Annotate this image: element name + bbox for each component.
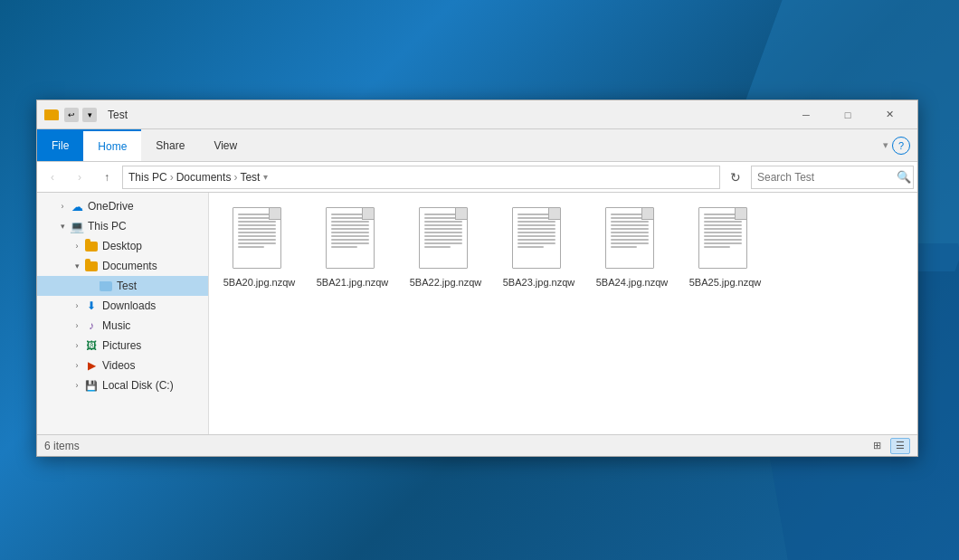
sidebar-item-desktop[interactable]: › Desktop [37,236,208,256]
folder-icon [44,109,59,120]
expand-arrow-videos: › [70,358,84,373]
window-controls: ─ □ ✕ [785,100,910,129]
sidebar-item-documents[interactable]: ▾ Documents [37,256,208,276]
sidebar-label-documents: Documents [102,260,157,272]
sidebar: › ☁ OneDrive ▾ 💻 This PC › Des [37,193,209,434]
documents-folder-icon [84,259,99,273]
file-icon-file5 [605,207,660,272]
qat-dropdown-button[interactable]: ▾ [82,108,97,122]
list-view-button[interactable]: ☰ [890,438,910,454]
doc-page-file5 [605,207,654,269]
file-item-file1[interactable]: 5BA20.jpg.nzqw [216,200,302,296]
ribbon: File Home Share View ▾ ? [37,129,917,162]
sidebar-item-pictures[interactable]: › 🖼 Pictures [37,336,208,356]
view-controls: ⊞ ☰ [867,438,910,454]
file-label-file4: 5BA23.jpg.nzqw [503,276,575,289]
file-icon-file1 [233,207,287,272]
file-icon-file6 [698,207,753,272]
sidebar-item-videos[interactable]: › ▶ Videos [37,356,208,375]
expand-arrow-onedrive: › [55,199,70,214]
expand-arrow-downloads: › [70,299,84,313]
files-area: 5BA20.jpg.nzqw 5BA21.jpg.nzqw 5BA22.jpg.… [209,193,917,434]
addressbar: ‹ › ↑ This PC › Documents › Test ▾ ↻ 🔍 [37,162,917,193]
drive-icon: 💾 [84,378,99,393]
sidebar-label-videos: Videos [102,359,135,372]
file-icon-file4 [512,207,566,272]
sidebar-item-music[interactable]: › ♪ Music [37,316,208,336]
music-icon: ♪ [84,318,99,333]
file-item-file6[interactable]: 5BA25.jpg.nzqw [682,200,768,296]
desktop-folder-icon [84,239,99,253]
search-box[interactable]: 🔍 [751,166,914,189]
grid-view-button[interactable]: ⊞ [867,438,887,454]
doc-page-file3 [419,207,468,269]
search-input[interactable] [757,171,893,184]
up-button[interactable]: ↑ [95,166,119,189]
file-label-file6: 5BA25.jpg.nzqw [689,276,762,289]
minimize-button[interactable]: ─ [785,100,827,129]
expand-arrow-test [84,279,99,293]
sidebar-item-onedrive[interactable]: › ☁ OneDrive [37,196,208,216]
doc-page-file6 [698,207,747,269]
address-path[interactable]: This PC › Documents › Test ▾ [122,166,720,189]
statusbar: 6 items ⊞ ☰ [37,434,917,456]
videos-icon: ▶ [84,358,99,373]
doc-page-file1 [233,207,281,269]
tab-home[interactable]: Home [83,129,141,161]
sidebar-label-music: Music [102,319,130,332]
file-icon-file3 [419,207,473,272]
tab-file[interactable]: File [37,129,83,161]
qat-undo-button[interactable]: ↩ [64,108,79,122]
ribbon-help-area: ▾ ? [883,129,917,161]
path-thispc: This PC › [128,171,176,184]
file-icon-file2 [326,207,380,272]
titlebar: ↩ ▾ Test ─ □ ✕ [37,100,917,129]
sidebar-label-localdisk: Local Disk (C:) [102,379,174,392]
tab-view[interactable]: View [199,129,252,161]
sidebar-label-test: Test [117,280,137,292]
expand-arrow-documents: ▾ [70,259,84,273]
path-test: Test [240,171,260,184]
file-item-file4[interactable]: 5BA23.jpg.nzqw [496,200,582,296]
doc-page-file4 [512,207,561,269]
window-title: Test [108,109,785,121]
path-dropdown-btn[interactable]: ▾ [263,172,268,182]
test-folder-icon [99,279,113,293]
pictures-icon: 🖼 [84,338,99,353]
expand-arrow-localdisk: › [70,378,84,393]
back-button[interactable]: ‹ [41,166,64,189]
file-item-file3[interactable]: 5BA22.jpg.nzqw [403,200,489,296]
sidebar-item-thispc[interactable]: ▾ 💻 This PC [37,216,208,236]
file-item-file5[interactable]: 5BA24.jpg.nzqw [589,200,675,296]
downloads-icon: ⬇ [84,299,99,313]
tab-share[interactable]: Share [141,129,199,161]
search-icon[interactable]: 🔍 [897,170,911,184]
item-count: 6 items [44,440,80,452]
sidebar-item-test[interactable]: Test [37,276,208,296]
file-label-file5: 5BA24.jpg.nzqw [596,276,669,289]
file-label-file2: 5BA21.jpg.nzqw [317,276,389,289]
forward-button[interactable]: › [68,166,91,189]
sidebar-label-thispc: This PC [88,220,127,233]
file-label-file1: 5BA20.jpg.nzqw [223,276,296,289]
expand-arrow-desktop: › [70,239,84,253]
sidebar-label-pictures: Pictures [102,339,141,352]
sidebar-item-downloads[interactable]: › ⬇ Downloads [37,296,208,316]
close-button[interactable]: ✕ [869,100,910,129]
expand-arrow-pictures: › [70,338,84,353]
pc-icon: 💻 [70,219,84,233]
sidebar-item-localdisk[interactable]: › 💾 Local Disk (C:) [37,375,208,395]
quick-access-toolbar: ↩ ▾ [44,108,97,122]
content-area: › ☁ OneDrive ▾ 💻 This PC › Des [37,193,917,434]
refresh-button[interactable]: ↻ [724,166,747,189]
help-button[interactable]: ? [892,137,910,155]
file-item-file2[interactable]: 5BA21.jpg.nzqw [309,200,395,296]
ribbon-collapse-btn[interactable]: ▾ [883,139,888,151]
onedrive-icon: ☁ [70,199,84,214]
expand-arrow-thispc: ▾ [55,219,70,233]
sidebar-label-onedrive: OneDrive [88,200,134,213]
path-documents: Documents › [176,171,241,184]
file-label-file3: 5BA22.jpg.nzqw [410,276,482,289]
maximize-button[interactable]: □ [827,100,869,129]
sidebar-label-downloads: Downloads [102,299,156,312]
